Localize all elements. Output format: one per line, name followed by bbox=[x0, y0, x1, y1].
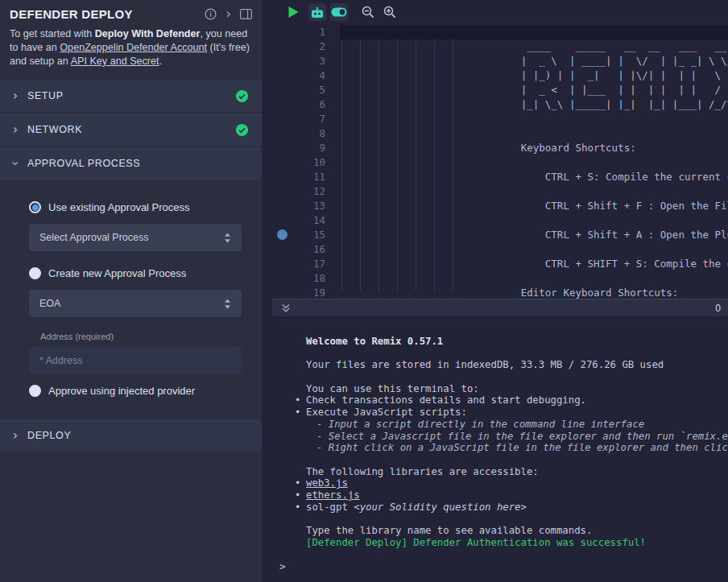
code-line: 10 bbox=[272, 155, 728, 170]
info-icon[interactable] bbox=[205, 8, 217, 20]
select-arrows-icon bbox=[224, 233, 231, 243]
section-approval-process[interactable]: › APPROVAL PROCESS bbox=[0, 147, 262, 180]
line-number[interactable]: 2 bbox=[272, 39, 337, 54]
chevron-right-icon: › bbox=[13, 428, 18, 443]
code-line: 17 CTRL + SHIFT + S: Compile the current… bbox=[272, 257, 728, 271]
remix-ai-assistant-icon[interactable] bbox=[308, 3, 326, 21]
line-number[interactable]: 3 bbox=[272, 54, 337, 68]
line-number[interactable]: 11 bbox=[272, 170, 337, 184]
approval-type-select[interactable]: EOA bbox=[29, 290, 242, 317]
code-line-text[interactable] bbox=[337, 126, 351, 141]
line-number[interactable]: 17 bbox=[272, 257, 337, 271]
line-number[interactable]: 16 bbox=[272, 242, 337, 257]
terminal-line bbox=[306, 371, 728, 383]
terminal-line: The following libraries are accessible: bbox=[306, 466, 728, 478]
terminal-line: - Input a script directly in the command… bbox=[306, 419, 728, 431]
code-line-text[interactable]: | _ < | |___ | | | | | | / \ bbox=[337, 83, 728, 97]
chevron-right-icon: › bbox=[13, 89, 18, 103]
code-line: 1 bbox=[272, 25, 728, 39]
code-line-text[interactable] bbox=[337, 271, 351, 286]
zoom-in-icon[interactable] bbox=[381, 3, 399, 21]
code-line: 9 Keyboard Shortcuts: bbox=[272, 141, 728, 155]
code-line-text[interactable]: CTRL + Shift + F : Open the File Explore… bbox=[337, 199, 728, 213]
chevron-right-icon: › bbox=[13, 122, 18, 137]
code-line-text[interactable] bbox=[337, 184, 351, 199]
code-line-text[interactable] bbox=[337, 155, 351, 170]
code-line: 3 | _ \ | ____| | \/ | |_ _| \ \/ / bbox=[272, 54, 728, 68]
line-number[interactable]: 6 bbox=[272, 97, 337, 112]
code-line: 12 bbox=[272, 184, 728, 199]
intro-text: To get started with Deploy With Defender… bbox=[0, 27, 262, 68]
code-line-text[interactable]: Keyboard Shortcuts: bbox=[337, 141, 636, 155]
code-line: 6 |_| \_\ |_____| |_| |_| |___| /_/\_\ bbox=[272, 97, 728, 112]
code-line-text[interactable]: CTRL + Shift + A : Open the Plugin Manag… bbox=[337, 228, 728, 242]
code-line-text[interactable]: Editor Keyboard Shortcuts: bbox=[337, 286, 678, 299]
address-field-label: Address (required) bbox=[40, 332, 242, 341]
select-arrows-icon bbox=[224, 299, 231, 309]
code-line-text[interactable]: | _ \ | ____| | \/ | |_ _| \ \/ / bbox=[337, 54, 728, 68]
code-line-text[interactable]: ____ _____ __ __ ___ __ __ bbox=[337, 39, 728, 54]
terminal-line: web3.js bbox=[306, 477, 728, 489]
line-number[interactable]: 18 bbox=[272, 271, 337, 286]
line-number[interactable]: 14 bbox=[272, 213, 337, 228]
code-line-text[interactable] bbox=[337, 213, 351, 228]
zoom-out-icon[interactable] bbox=[359, 3, 377, 21]
line-number[interactable]: 9 bbox=[272, 141, 337, 155]
line-number[interactable]: 19 bbox=[272, 286, 337, 299]
radio-use-existing-approval[interactable] bbox=[29, 201, 41, 213]
editor-toolbar bbox=[272, 0, 728, 24]
layout-columns-icon[interactable] bbox=[240, 9, 252, 19]
code-line-text[interactable]: CTRL + S: Compile the current contract bbox=[337, 170, 728, 184]
terminal-line: - Select a Javascript file in the file e… bbox=[306, 431, 728, 443]
line-number[interactable]: 12 bbox=[272, 184, 337, 199]
line-number[interactable]: 10 bbox=[272, 155, 337, 170]
terminal: 0 Welcome to Remix 0.57.1Your files are … bbox=[272, 299, 728, 582]
terminal-prompt[interactable]: > bbox=[279, 560, 286, 572]
code-line-text[interactable]: |_| \_\ |_____| |_| |_| |___| /_/\_\ bbox=[337, 97, 728, 112]
collapse-panel-icon[interactable]: › bbox=[225, 7, 231, 21]
section-setup[interactable]: › SETUP bbox=[0, 80, 262, 112]
plugin-title: DEFENDER DEPLOY bbox=[10, 7, 133, 21]
section-deploy[interactable]: › DEPLOY bbox=[0, 419, 262, 452]
line-number[interactable]: 15 bbox=[272, 228, 337, 242]
terminal-line: Your files are stored in indexedDB, 33.3… bbox=[306, 359, 728, 371]
code-line: 19 Editor Keyboard Shortcuts: bbox=[272, 286, 728, 299]
terminal-line: Type the library name to see available c… bbox=[306, 525, 728, 537]
line-number[interactable]: 5 bbox=[272, 83, 337, 97]
terminal-line: sol-gpt <your Solidity question here> bbox=[306, 502, 728, 514]
openzeppelin-account-link[interactable]: OpenZeppelin Defender Account bbox=[60, 42, 207, 53]
code-line-text[interactable]: CTRL + SHIFT + S: Compile the current co… bbox=[337, 257, 728, 271]
terminal-line bbox=[306, 514, 728, 526]
terminal-count-badge: 0 bbox=[715, 303, 721, 314]
terminal-line: You can use this terminal to: bbox=[306, 383, 728, 395]
terminal-line: Welcome to Remix 0.57.1 bbox=[306, 336, 728, 348]
address-input[interactable] bbox=[29, 347, 242, 374]
terminal-header: 0 bbox=[272, 299, 728, 316]
code-line: 14 bbox=[272, 213, 728, 228]
radio-create-new-approval[interactable] bbox=[29, 267, 41, 279]
expand-terminal-icon[interactable] bbox=[279, 302, 292, 315]
code-line: 11 CTRL + S: Compile the current contrac… bbox=[272, 170, 728, 184]
line-number[interactable]: 13 bbox=[272, 199, 337, 213]
code-line-text[interactable]: | |_) | | _| | |\/| | | | \ / bbox=[337, 68, 728, 83]
line-number[interactable]: 7 bbox=[272, 112, 337, 126]
radio-approve-injected-provider[interactable] bbox=[29, 385, 41, 397]
terminal-line: - Right click on a JavaScript file in th… bbox=[306, 442, 728, 454]
code-line: 7 bbox=[272, 112, 728, 126]
code-line-text[interactable] bbox=[337, 25, 351, 39]
line-number[interactable]: 1 bbox=[272, 25, 337, 39]
code-line: 13 CTRL + Shift + F : Open the File Expl… bbox=[272, 199, 728, 213]
code-line: 2 ____ _____ __ __ ___ __ __ bbox=[272, 39, 728, 54]
terminal-line bbox=[306, 454, 728, 466]
api-key-link[interactable]: API Key and Secret bbox=[71, 56, 159, 67]
code-editor[interactable]: 1 2 ____ _____ __ __ ___ __ __ 3 | _ \ |… bbox=[272, 24, 728, 299]
code-line-text[interactable] bbox=[337, 242, 351, 257]
run-script-icon[interactable] bbox=[284, 3, 302, 21]
code-line: 5 | _ < | |___ | | | | | | / \ bbox=[272, 83, 728, 97]
code-line-text[interactable] bbox=[337, 112, 351, 126]
widget-toggle-icon[interactable] bbox=[330, 3, 348, 21]
approval-process-select[interactable]: Select Approval Process bbox=[29, 224, 242, 251]
line-number[interactable]: 8 bbox=[272, 126, 337, 141]
line-number[interactable]: 4 bbox=[272, 68, 337, 83]
section-network[interactable]: › NETWORK bbox=[0, 114, 262, 146]
